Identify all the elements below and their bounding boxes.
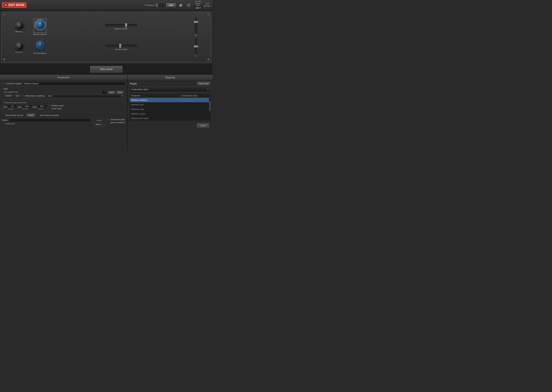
v-slider-1[interactable] [195,17,198,34]
clear-midi-button[interactable]: Clear [116,91,123,94]
recall-checkbox[interactable] [2,114,4,116]
tempo-minus-button[interactable]: - [195,0,198,2]
param-item-mashive-left-meter[interactable]: Mashive left meter [130,116,209,121]
knob-black-2[interactable] [15,42,24,50]
h-slider-mashive-volume[interactable] [105,24,137,27]
transpose-section: Transpose ▲ ▼ 0 [144,3,164,7]
properties-body: Customize caption MIDI (not assigned yet… [0,80,127,130]
recall-row: Recall value on load - Save Also recall … [2,113,125,117]
momentary-label: Momentary to latching [25,95,44,97]
transpose-controls: ▲ ▼ [155,3,158,7]
edit-mode-button[interactable]: ✕ EDIT MODE [2,2,27,8]
show-back-plate-text: Show back plate [110,119,125,121]
plugin-select[interactable]: Audio Mixer (8ch) ▲ ▼ [130,87,210,92]
time-stepper[interactable]: ▲ ▼ [209,5,211,7]
transpose-down-button[interactable]: ▼ [155,5,158,7]
max-input[interactable] [22,105,32,108]
slider-thumb-2[interactable] [119,44,121,48]
open-plugin-button[interactable]: Open plugin [197,82,210,85]
save-button[interactable]: Save [27,113,35,117]
param-item-mashive-solo[interactable]: Mashive solo [130,102,209,107]
group-select[interactable]: None ▲ ▼ [94,122,104,127]
plugin-select-value: Audio Mixer (8ch) [132,88,148,91]
invert-value-checkbox-label[interactable]: Invert value [49,107,64,110]
param-name-3: Mashive output [131,112,145,115]
transpose-value[interactable]: 0 [159,3,164,7]
tempo-section: - + Tempo bpm 120.0 [194,0,202,10]
param-name-4: Mashive left meter [131,117,148,119]
max-plus-button[interactable]: + [26,108,28,110]
h-slider-fatmini[interactable] [105,44,137,48]
new-panel-button[interactable]: New panel [90,66,123,72]
mapping-learn-button[interactable]: Learn [197,123,209,128]
label-fatmini-balance: Fat mini balance [34,52,47,54]
customize-caption-checkbox[interactable] [2,83,4,85]
now-plus-button[interactable]: + [40,108,43,110]
screw-top-left [3,13,6,16]
knob-blue-1[interactable] [36,41,44,49]
param-item-mashive-output[interactable]: Mashive output [130,112,209,116]
screw-top-right [207,13,210,16]
min-label: Min [4,106,7,108]
tempo-plus-button[interactable]: + [198,0,201,2]
display-range-checkbox[interactable] [49,105,51,107]
min-plus-button[interactable]: + [11,108,13,110]
invert-value-checkbox[interactable] [49,108,51,110]
screw-bottom-right [207,58,210,61]
show-back-plate-label[interactable]: Show back plate [108,119,125,121]
caption-input[interactable] [23,82,125,85]
control-fatmini-v-slider[interactable]: F... [191,38,201,57]
control-mashive-v-slider[interactable]: M... [191,17,201,36]
dropdown-arrow-icon: ▼ [104,92,105,93]
display-range-checkbox-label[interactable]: Display range [49,105,64,107]
name-label: Name: [2,119,8,121]
control-mashive-balance-knob[interactable]: 0 10 Mashive balance [29,17,51,36]
label-mashive: Mashive ... [15,31,24,33]
scroll-thumb [209,101,210,111]
enable-osc-checkbox[interactable] [2,123,4,125]
tempo-value[interactable]: 120.0 [194,6,202,10]
control-mashive-volume-knob[interactable]: Mashive ... [11,17,28,36]
invert-button[interactable]: INVERT [4,94,13,98]
control-fatmini-volume-slider[interactable]: Fat mini volume [52,38,190,57]
control-mashive-volume-slider[interactable]: Mashive volume [52,17,190,36]
name-input[interactable] [9,119,90,122]
knob-blue-selected-1[interactable] [35,20,45,30]
invert-value-label: Invert value [51,107,62,110]
param-scrollbar[interactable] [209,98,210,121]
now-input[interactable] [37,105,46,108]
control-fatmini-knob[interactable]: Fat mini ... [11,38,28,57]
main-panel: Mashive ... 0 10 Mashive balance Mashive… [1,12,211,62]
knob-black-1[interactable] [15,21,24,30]
show-back-plate-checkbox[interactable] [108,119,109,120]
param-item-mashive-balance[interactable]: Mashive balance [130,98,209,102]
jump-select[interactable]: JumpPickupValue scaling [45,94,123,98]
also-recall-checkbox[interactable] [36,114,38,116]
control-fatmini-balance-knob[interactable]: 0 10 Fat mini balance [29,38,51,57]
v-slider-2[interactable] [195,38,198,54]
now-minus-button[interactable]: - [37,108,40,110]
momentary-checkbox[interactable] [22,95,24,97]
slider-thumb-1[interactable] [125,23,127,28]
customize-caption-row: Customize caption [2,82,125,85]
min-minus-button[interactable]: - [8,108,10,110]
midi-dropdown-button[interactable]: ▼ [102,91,107,94]
min-input[interactable] [8,105,17,108]
time-slash: / [206,5,207,7]
v-slider-thumb-1[interactable] [194,21,199,23]
learn-midi-button[interactable]: Learn [108,91,115,94]
max-minus-button[interactable]: - [22,108,25,110]
transpose-up-button[interactable]: ▲ [155,3,158,5]
sync-button[interactable]: Sync [14,94,21,98]
play-button[interactable]: ▶ [178,2,184,8]
ignore-variations-text: Ignore variations [110,121,125,124]
v-slider-thumb-2[interactable] [194,45,199,48]
param-list-with-scroll: Mashive balance Mashive solo Mashive mut… [130,98,210,121]
metronome-button[interactable]: 🎵 [186,2,192,8]
ignore-variations-checkbox[interactable] [108,121,109,124]
param-table-header: Parameter | Audio Mixer (8ch) [130,94,210,98]
link-button[interactable]: Link [166,3,176,7]
param-item-mashive-mute[interactable]: Mashive mute [130,107,209,112]
ignore-variations-label[interactable]: Ignore variations [108,121,125,124]
time-denominator: 4 [207,5,209,7]
